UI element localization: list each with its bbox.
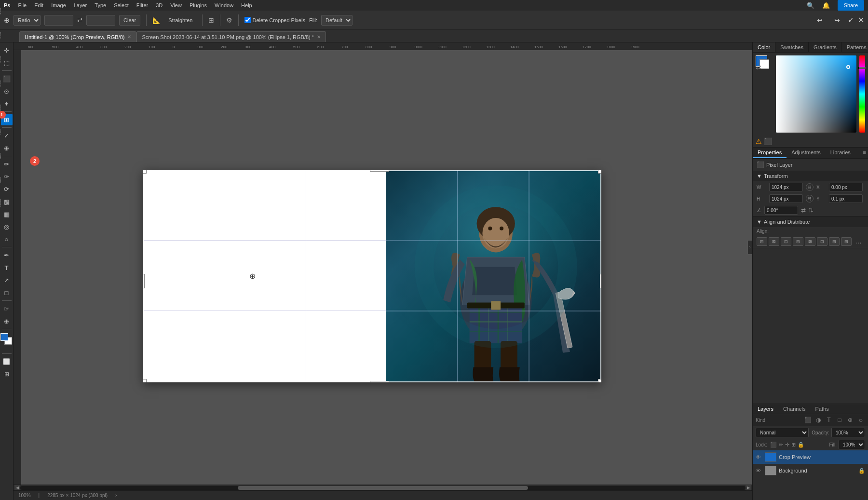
gradients-tab[interactable]: Gradients (809, 42, 842, 52)
opacity-select[interactable]: 100% (831, 428, 865, 437)
y-input[interactable] (829, 194, 863, 203)
crop-handle-br[interactable] (598, 379, 601, 382)
tab-1-close[interactable]: ✕ (127, 34, 131, 40)
reset-colors-icon[interactable]: ⇄ (756, 63, 761, 71)
align-bottom-btn[interactable]: ⊡ (817, 237, 827, 246)
commit-button[interactable]: ✓ (848, 15, 854, 25)
filter-toggle-btn[interactable]: ○ (856, 416, 865, 424)
tab-2-close[interactable]: ✕ (317, 34, 321, 40)
layer-eye-1[interactable]: 👁 (756, 454, 762, 460)
distribute-h-btn[interactable]: ⊞ (829, 237, 840, 246)
menu-plugins[interactable]: Plugins (190, 2, 207, 8)
panel-menu-btn[interactable]: ≡ (861, 148, 868, 158)
color-tab[interactable]: Color (753, 42, 775, 52)
align-center-h-btn[interactable]: ⊠ (769, 237, 779, 246)
share-button[interactable]: Share (838, 0, 864, 11)
ratio-select[interactable]: Ratio (14, 15, 41, 26)
align-top-btn[interactable]: ⊟ (793, 237, 803, 246)
angle-input[interactable] (764, 206, 798, 215)
distribute-v-btn[interactable]: ⊞ (841, 237, 852, 246)
filter-type-btn[interactable]: T (825, 416, 833, 424)
menu-help[interactable]: Help (241, 2, 252, 8)
filter-shape-btn[interactable]: □ (835, 416, 844, 424)
scroll-left-btn[interactable]: ◀ (14, 485, 20, 491)
grid-icon[interactable]: ⊞ (208, 16, 214, 24)
menu-type[interactable]: Type (95, 2, 106, 8)
align-header[interactable]: ▼ Align and Distribute (753, 216, 868, 227)
color-cursor[interactable] (846, 65, 850, 69)
channels-tab[interactable]: Channels (778, 404, 810, 414)
menu-image[interactable]: Image (51, 2, 66, 8)
layers-tab[interactable]: Layers (753, 404, 778, 414)
layer-item-background[interactable]: 👁 Background 🔒 (753, 464, 868, 477)
fill-select[interactable]: Default (321, 15, 353, 26)
crop-handle-bm[interactable] (370, 381, 389, 382)
crop-handle-tl[interactable] (143, 170, 147, 174)
align-center-v-btn[interactable]: ⊠ (805, 237, 815, 246)
cancel-icon[interactable]: ✕ (858, 15, 864, 25)
color-spectrum[interactable] (776, 55, 856, 133)
lock-all-btn[interactable]: 🔒 (798, 442, 804, 448)
zoom-level[interactable]: 100% (18, 493, 31, 498)
height-ratio-input[interactable] (86, 15, 115, 26)
redo-button[interactable]: ↪ (830, 15, 844, 26)
crop-handle-tm[interactable] (370, 170, 389, 172)
filter-adjust-btn[interactable]: ◑ (814, 416, 823, 424)
align-right-btn[interactable]: ⊡ (781, 237, 791, 246)
notification-icon[interactable]: 🔔 (822, 2, 830, 9)
width-ratio-input[interactable] (44, 15, 73, 26)
hue-bar[interactable] (859, 55, 865, 133)
menu-filter[interactable]: Filter (136, 2, 148, 8)
adjustments-tab[interactable]: Adjustments (787, 148, 826, 158)
libraries-tab[interactable]: Libraries (826, 148, 855, 158)
settings-icon[interactable]: ⚙ (226, 16, 232, 24)
crop-handle-tr[interactable] (598, 170, 601, 174)
fill-select-layers[interactable]: 100% (839, 440, 865, 449)
lock-transparent-btn[interactable]: ⬛ (770, 442, 777, 448)
clear-button[interactable]: Clear (119, 15, 140, 26)
menu-3d[interactable]: 3D (156, 2, 163, 8)
menu-select[interactable]: Select (114, 2, 129, 8)
swatches-tab[interactable]: Swatches (775, 42, 809, 52)
menu-window[interactable]: Window (215, 2, 233, 8)
straighten-button[interactable]: Straighten (164, 15, 196, 26)
paths-tab[interactable]: Paths (811, 404, 834, 414)
filter-smart-btn[interactable]: ⊕ (846, 416, 854, 424)
hue-indicator[interactable] (858, 67, 866, 69)
tab-1[interactable]: Untitled-1 @ 100% (Crop Preview, RGB/8) … (19, 31, 136, 42)
properties-tab[interactable]: Properties (753, 148, 787, 158)
layer-item-crop-preview[interactable]: 👁 Crop Preview (753, 450, 868, 464)
menu-layer[interactable]: Layer (74, 2, 87, 8)
lock-pixels-btn[interactable]: ✏ (779, 442, 783, 448)
search-icon[interactable]: 🔍 (807, 2, 814, 9)
flip-h-btn[interactable]: ⇄ (801, 207, 806, 214)
canvas-viewport[interactable]: 2 ⊕ (21, 50, 752, 485)
more-align-btn[interactable]: … (853, 237, 864, 246)
lock-artboards-btn[interactable]: ⊞ (791, 442, 796, 448)
align-left-btn[interactable]: ⊟ (757, 237, 767, 246)
chain-icon-2[interactable]: ⛓ (806, 195, 814, 203)
height-input[interactable] (769, 194, 803, 203)
transform-header[interactable]: ▼ Transform (753, 171, 868, 181)
crop-handle-mr[interactable] (600, 274, 601, 288)
x-input[interactable] (829, 183, 863, 191)
flip-v-btn[interactable]: ⇄ (808, 208, 814, 213)
filter-pixel-btn[interactable]: ⬛ (803, 416, 812, 424)
scroll-right-btn[interactable]: ▶ (746, 485, 751, 491)
undo-button[interactable]: ↩ (813, 15, 827, 26)
menu-file[interactable]: File (18, 2, 27, 8)
delete-cropped-checkbox[interactable] (244, 17, 251, 23)
status-arrow[interactable]: › (115, 493, 117, 498)
layer-eye-2[interactable]: 👁 (756, 468, 762, 473)
scrollbar-thumb[interactable] (238, 486, 528, 490)
crop-handle-bl[interactable] (143, 379, 147, 382)
tab-2[interactable]: Screen Shot 2023-06-14 at 3.51.10 PM.png… (136, 31, 326, 42)
lock-position-btn[interactable]: ✛ (785, 442, 789, 448)
menu-edit[interactable]: Edit (34, 2, 43, 8)
chain-icon[interactable]: ⛓ (806, 183, 814, 191)
patterns-tab[interactable]: Patterns (842, 42, 868, 52)
swap-icon[interactable]: ⇄ (77, 16, 82, 24)
blend-mode-select[interactable]: Normal (756, 428, 809, 437)
crop-handle-ml[interactable] (143, 274, 145, 288)
scrollbar-track[interactable] (20, 486, 746, 490)
